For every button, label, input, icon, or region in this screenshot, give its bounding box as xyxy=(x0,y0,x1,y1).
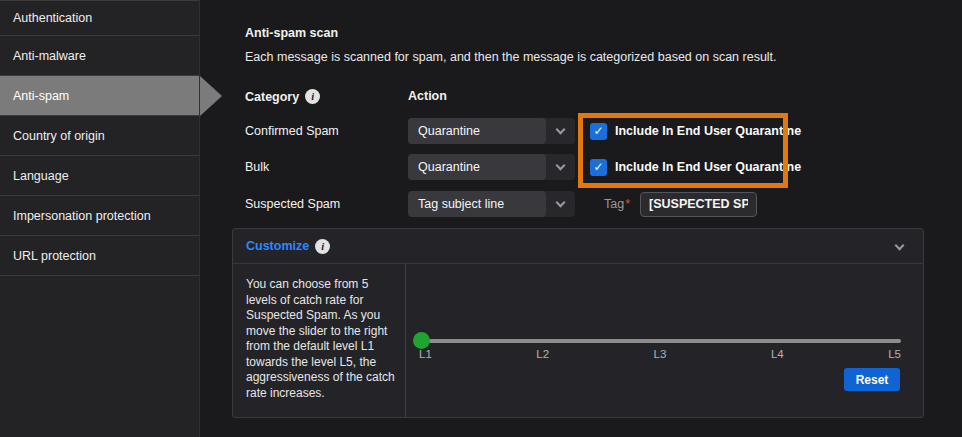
catch-rate-description: You can choose from 5 levels of catch ra… xyxy=(233,264,406,417)
category-column-label: Category xyxy=(245,90,299,104)
category-row-confirmed-spam: Confirmed Spam Quarantine ✓ Include In E… xyxy=(245,118,801,144)
customize-panel-header[interactable]: Customize i xyxy=(233,229,923,264)
customize-panel: Customize i You can choose from 5 levels… xyxy=(232,228,924,418)
tag-input[interactable] xyxy=(640,192,757,217)
action-column-header: Action xyxy=(408,89,447,103)
sidebar-item-impersonation-protection[interactable]: Impersonation protection xyxy=(0,196,199,236)
selected-action-value: Quarantine xyxy=(408,154,546,180)
sidebar-item-anti-spam[interactable]: Anti-spam xyxy=(0,76,199,116)
checkbox-label: Include In End User Quarantine xyxy=(615,124,801,138)
category-row-suspected-spam: Suspected Spam Tag subject line Tag* xyxy=(245,191,757,217)
category-column-header: Category i xyxy=(245,89,320,104)
sidebar-item-label: Anti-spam xyxy=(13,89,69,103)
suspected-spam-action-select[interactable]: Tag subject line xyxy=(408,191,575,217)
action-column-label: Action xyxy=(408,89,447,103)
sidebar-item-anti-malware[interactable]: Anti-malware xyxy=(0,36,199,76)
confirmed-spam-quarantine-checkbox[interactable]: ✓ xyxy=(590,123,607,140)
anti-spam-settings-page: Authentication Anti-malware Anti-spam Co… xyxy=(0,0,962,437)
catch-rate-slider-track[interactable] xyxy=(419,339,901,343)
collapse-chevron-icon[interactable] xyxy=(895,241,905,251)
sidebar-item-url-protection[interactable]: URL protection xyxy=(0,236,199,276)
sidebar-item-authentication[interactable]: Authentication xyxy=(0,0,199,36)
bulk-quarantine-checkbox[interactable]: ✓ xyxy=(590,159,607,176)
required-asterisk: * xyxy=(625,197,630,211)
checkmark-icon: ✓ xyxy=(593,160,603,174)
slider-label-l5: L5 xyxy=(888,348,901,360)
category-name: Bulk xyxy=(245,160,408,174)
customize-title: Customize xyxy=(246,239,309,253)
catch-rate-slider-handle[interactable] xyxy=(413,332,430,349)
customize-info-icon[interactable]: i xyxy=(315,239,330,254)
checkmark-icon: ✓ xyxy=(593,124,603,138)
selected-action-value: Quarantine xyxy=(408,118,546,144)
sidebar-item-country-of-origin[interactable]: Country of origin xyxy=(0,116,199,156)
slider-label-l4: L4 xyxy=(771,348,784,360)
category-name: Confirmed Spam xyxy=(245,124,408,138)
sidebar-item-label: Impersonation protection xyxy=(13,209,151,223)
confirmed-spam-action-select[interactable]: Quarantine xyxy=(408,118,575,144)
chevron-down-icon xyxy=(556,125,566,135)
category-info-icon[interactable]: i xyxy=(305,89,320,104)
category-row-bulk: Bulk Quarantine ✓ Include In End User Qu… xyxy=(245,154,801,180)
sidebar-item-label: Country of origin xyxy=(13,129,105,143)
page-description: Each message is scanned for spam, and th… xyxy=(245,50,777,64)
sidebar-item-label: Authentication xyxy=(13,11,92,25)
sidebar-item-label: Language xyxy=(13,169,69,183)
checkbox-label: Include In End User Quarantine xyxy=(615,160,801,174)
chevron-down-icon xyxy=(556,198,566,208)
slider-label-l3: L3 xyxy=(654,348,667,360)
sidebar-item-language[interactable]: Language xyxy=(0,156,199,196)
reset-button[interactable]: Reset xyxy=(844,368,900,391)
category-name: Suspected Spam xyxy=(245,197,408,211)
slider-level-labels: L1 L2 L3 L4 L5 xyxy=(419,348,901,360)
sidebar-item-label: Anti-malware xyxy=(13,49,86,63)
settings-sidebar: Authentication Anti-malware Anti-spam Co… xyxy=(0,0,200,437)
sidebar-item-label: URL protection xyxy=(13,249,96,263)
slider-label-l2: L2 xyxy=(536,348,549,360)
selected-action-value: Tag subject line xyxy=(408,191,546,217)
slider-label-l1: L1 xyxy=(419,348,432,360)
page-title: Anti-spam scan xyxy=(245,26,338,40)
bulk-action-select[interactable]: Quarantine xyxy=(408,154,575,180)
chevron-down-icon xyxy=(556,161,566,171)
tag-field-label: Tag* xyxy=(604,197,630,211)
